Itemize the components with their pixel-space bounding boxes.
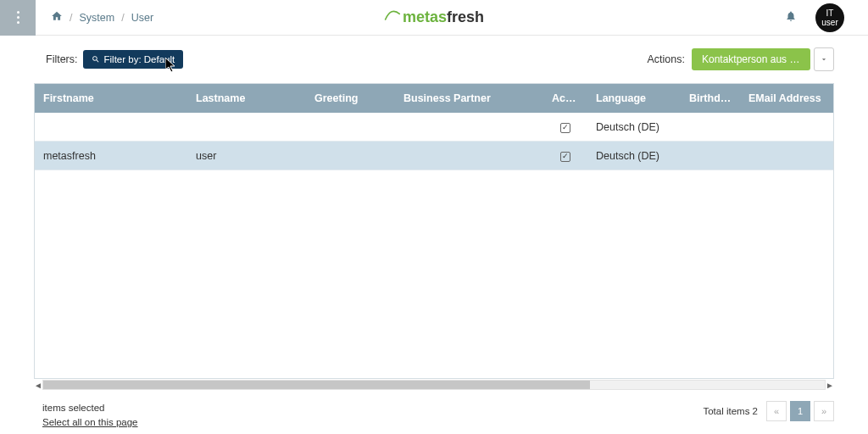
checkbox-checked-icon: ✓ [560, 123, 570, 133]
checkbox-checked-icon: ✓ [560, 152, 570, 162]
table-row[interactable]: metasfresh user ✓ Deutsch (DE) [35, 142, 833, 170]
app-header: / System / User metasfresh ITuser [0, 0, 868, 36]
items-selected-label: items selected [42, 401, 138, 415]
table-footer: items selected Select all on this page T… [0, 391, 868, 431]
kebab-icon [17, 11, 19, 24]
breadcrumb-system[interactable]: System [79, 12, 114, 24]
column-email[interactable]: EMail Address [740, 92, 833, 104]
notifications-icon[interactable] [785, 10, 797, 25]
pager-page-1-button[interactable]: 1 [790, 401, 810, 421]
breadcrumb-user[interactable]: User [131, 12, 153, 24]
main-menu-button[interactable] [0, 0, 36, 36]
column-language[interactable]: Language [587, 92, 681, 104]
select-all-link[interactable]: Select all on this page [42, 415, 138, 430]
primary-action-button[interactable]: Kontaktperson aus Nut… [692, 48, 810, 70]
home-icon[interactable] [51, 10, 63, 25]
column-greeting[interactable]: Greeting [306, 92, 395, 104]
column-business-partner[interactable]: Business Partner [395, 92, 543, 104]
horizontal-scrollbar[interactable]: ◄ ► [34, 379, 834, 391]
column-firstname[interactable]: Firstname [35, 92, 187, 104]
toolbar: Filters: Filter by: Default Actions: Kon… [0, 36, 868, 83]
filter-by-default-button[interactable]: Filter by: Default [83, 50, 184, 69]
column-active[interactable]: Active [543, 92, 587, 104]
total-items-label: Total items 2 [703, 406, 758, 416]
table-header-row: Firstname Lastname Greeting Business Par… [35, 84, 833, 113]
actions-label: Actions: [648, 53, 685, 65]
scroll-right-icon[interactable]: ► [826, 381, 834, 390]
pager-next-button[interactable]: » [814, 401, 834, 421]
scroll-left-icon[interactable]: ◄ [34, 381, 42, 390]
user-avatar[interactable]: ITuser [815, 3, 844, 32]
data-table: Firstname Lastname Greeting Business Par… [34, 83, 834, 379]
breadcrumb: / System / User [36, 10, 153, 25]
pager-prev-button[interactable]: « [766, 401, 787, 421]
filters-label: Filters: [46, 53, 78, 65]
column-lastname[interactable]: Lastname [187, 92, 306, 104]
search-icon [92, 55, 100, 64]
column-birthday[interactable]: Birthday [681, 92, 740, 104]
chevron-down-icon [820, 55, 828, 64]
logo: metasfresh [384, 8, 484, 26]
table-row[interactable]: ✓ Deutsch (DE) [35, 113, 833, 142]
actions-dropdown-button[interactable] [814, 47, 834, 71]
leaf-icon [384, 8, 401, 26]
